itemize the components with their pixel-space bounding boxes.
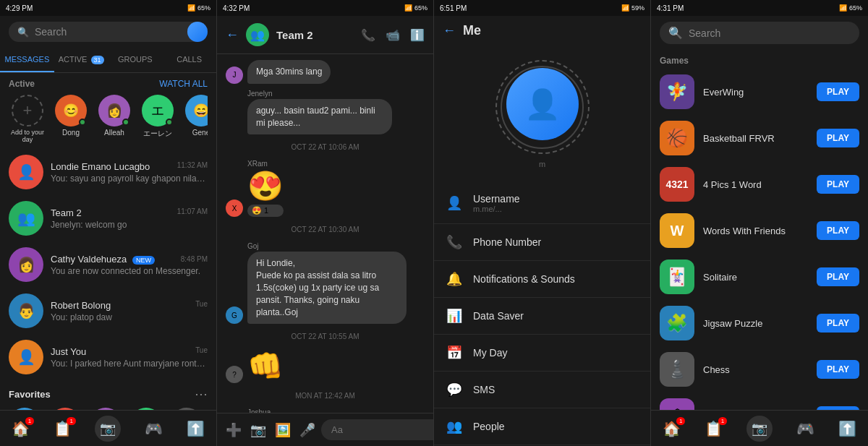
tab-groups[interactable]: GROUPS	[109, 48, 163, 72]
words-play-btn[interactable]: PLAY	[817, 221, 859, 240]
me-back-button[interactable]: ←	[443, 23, 456, 38]
jigsaw-play-btn[interactable]: PLAY	[817, 314, 859, 333]
user-avatar-top[interactable]	[187, 22, 208, 42]
active-user-gene[interactable]: 😄 Gene	[182, 95, 208, 143]
4pics-play-btn[interactable]: PLAY	[817, 175, 859, 194]
words-name: Words With Friends	[703, 226, 808, 236]
nav-camera[interactable]: 📷	[95, 416, 121, 442]
conversations-list: 👤 Londie Emano Lucagbo 11:32 AM You: say…	[0, 149, 216, 410]
nav-games[interactable]: 🎮	[145, 420, 163, 437]
sms-icon: 💬	[446, 382, 463, 398]
messenger-watermark: m	[539, 160, 545, 168]
msg-date-1055: OCT 22 AT 10:55 AM	[226, 333, 425, 340]
solitaire-play-btn[interactable]: PLAY	[817, 267, 859, 286]
chat-input-bar: ➕ 📷 🖼️ 🎤 😊 👍	[217, 413, 433, 446]
tab-active[interactable]: ACTIVE 31	[54, 48, 109, 72]
games-nav-camera[interactable]: 📷	[746, 416, 773, 442]
add-day-user[interactable]: + Add to your day	[9, 95, 46, 143]
panel-chat: 4:32 PM 📶 65% ← 👥 Team 2 📞 📹 ℹ️ J Mga 30…	[217, 0, 434, 446]
conv-cathy[interactable]: 👩 Cathy Valdehueza NEW 8:48 PM You are n…	[0, 241, 216, 288]
chess-play-btn[interactable]: PLAY	[817, 360, 859, 379]
status-bar-4: 4:31 PM 📶 65%	[651, 0, 868, 16]
nav-more[interactable]: ⬆️	[187, 420, 205, 437]
activity-badge: 1	[67, 417, 75, 425]
msg-row-1: J Mga 30mins lang	[226, 60, 425, 84]
team2-time: 11:07 AM	[177, 207, 208, 218]
add-day-label: Add to your day	[9, 129, 46, 143]
sender-xram: XRam	[247, 160, 284, 168]
message-input[interactable]	[321, 419, 434, 440]
jigsaw-name: Jigsaw Puzzle	[703, 318, 808, 329]
active-users-list: + Add to your day 😊 Dong 👩 Alleah	[9, 95, 208, 143]
conv-justyou[interactable]: 👤 Just You Tue You: I parked here Aunt m…	[0, 334, 216, 380]
favorites-label: Favorites	[9, 389, 51, 400]
dong-online-dot	[79, 119, 86, 126]
conv-team2[interactable]: 👥 Team 2 11:07 AM Jenelyn: welcom go	[0, 195, 216, 241]
4pics-name: 4 Pics 1 Word	[703, 179, 808, 190]
active-user-eren[interactable]: エ エーレン	[139, 95, 176, 143]
video-icon[interactable]: 📹	[386, 28, 400, 42]
p1-header: 🔍 Search	[0, 16, 216, 48]
watch-all-btn[interactable]: WATCH ALL	[159, 79, 208, 89]
games-search-bar[interactable]: 🔍 Search	[660, 22, 859, 44]
games-nav-more[interactable]: ⬆️	[838, 420, 856, 437]
menu-people[interactable]: 👥 People	[434, 408, 650, 445]
menu-phone[interactable]: 📞 Phone Number	[434, 224, 650, 261]
cathy-avatar: 👩	[9, 247, 43, 282]
status-time-2: 4:32 PM	[223, 4, 250, 12]
add-icon[interactable]: ➕	[226, 422, 242, 438]
justyou-time: Tue	[195, 346, 208, 357]
menu-myday[interactable]: 📅 My Day	[434, 335, 650, 372]
datasaver-label: Data Saver	[473, 310, 524, 322]
games-nav-home[interactable]: 🏠 1	[663, 420, 681, 437]
robert-time: Tue	[195, 300, 208, 311]
active-badge: 31	[91, 56, 104, 64]
chat-title: Team 2	[276, 29, 354, 41]
game-basketball: 🏀 Basketball FRVR PLAY	[651, 115, 868, 161]
jigsaw-icon: 🧩	[660, 306, 694, 340]
nav-home[interactable]: 🏠 1	[12, 420, 30, 437]
solitaire-name: Solitaire	[703, 272, 808, 283]
conv-londie[interactable]: 👤 Londie Emano Lucagbo 11:32 AM You: say…	[0, 149, 216, 195]
myday-icon: 📅	[446, 345, 463, 361]
gene-name: Gene	[192, 129, 208, 137]
games-section-label: Games	[651, 50, 868, 69]
bottom-nav-1: 🏠 1 📋 1 📷 🎮 ⬆️	[0, 410, 216, 446]
camera-icon[interactable]: 📷	[250, 422, 266, 438]
image-icon[interactable]: 🖼️	[275, 422, 291, 438]
active-user-dong[interactable]: 😊 Dong	[52, 95, 90, 143]
panel-games: 4:31 PM 📶 65% 🔍 Search Games 🧚 EverWing …	[651, 0, 868, 446]
games-nav-games[interactable]: 🎮	[796, 420, 814, 437]
info-icon[interactable]: ℹ️	[410, 28, 425, 42]
active-user-alleah[interactable]: 👩 Alleah	[95, 95, 133, 143]
conv-robert[interactable]: 👨 Robert Bolong Tue You: platop daw	[0, 288, 216, 334]
mic-icon[interactable]: 🎤	[299, 422, 315, 438]
favorites-more-icon[interactable]: ⋯	[195, 386, 208, 402]
games-nav-activity[interactable]: 📋 1	[705, 420, 723, 437]
everwing-icon: 🧚	[660, 74, 694, 109]
tab-calls[interactable]: CALLS	[162, 48, 216, 72]
basketball-play-btn[interactable]: PLAY	[817, 129, 859, 147]
menu-notifications[interactable]: 🔔 Notifications & Sounds	[434, 261, 650, 298]
cathy-name: Cathy Valdehueza NEW	[51, 254, 155, 265]
p1-search-bar[interactable]: 🔍 Search	[9, 22, 208, 42]
team2-info: Team 2 11:07 AM Jenelyn: welcom go	[51, 207, 208, 230]
menu-username[interactable]: 👤 Username m.me/...	[434, 183, 650, 224]
datasaver-icon: 📊	[446, 308, 463, 324]
tab-messages[interactable]: MESSAGES	[0, 48, 54, 72]
chat-header: ← 👥 Team 2 📞 📹 ℹ️	[217, 16, 433, 54]
active-label: Active	[9, 79, 35, 89]
nav-activity[interactable]: 📋 1	[54, 420, 72, 437]
4pics-icon: 4321	[660, 167, 694, 202]
everwing-play-btn[interactable]: PLAY	[817, 82, 859, 101]
me-avatar: 👤	[506, 68, 579, 140]
msg-date-mon: MON AT 12:42 AM	[226, 392, 425, 400]
basketball-icon: 🏀	[660, 121, 694, 155]
status-icons-1: 📶 65%	[187, 4, 210, 12]
eren-online-dot	[166, 119, 173, 126]
hex-icon: ⬡	[660, 398, 694, 410]
phone-icon[interactable]: 📞	[361, 28, 375, 42]
back-button[interactable]: ←	[226, 27, 239, 43]
menu-datasaver[interactable]: 📊 Data Saver	[434, 298, 650, 335]
menu-sms[interactable]: 💬 SMS	[434, 372, 650, 408]
